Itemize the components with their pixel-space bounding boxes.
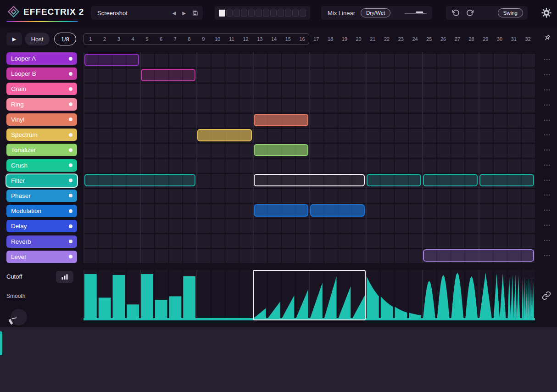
track-item-reverb[interactable]: Reverb [6,235,77,248]
step-block-tonalizer[interactable] [254,144,308,157]
step-block-spectrum[interactable] [197,129,252,141]
pattern-slot[interactable] [263,10,269,17]
track-item-delay[interactable]: Delay [6,220,77,232]
undo-icon[interactable] [452,9,460,17]
step-block-vinyl[interactable] [254,114,308,126]
pin-icon[interactable] [543,34,551,44]
step-block-filter[interactable] [423,174,478,186]
swing-button[interactable]: Swing [498,8,523,17]
slider-handle[interactable] [416,11,423,13]
track-item-ring[interactable]: Ring [6,98,77,111]
track-enable-led[interactable] [69,163,72,167]
pattern-slot[interactable] [300,10,306,17]
track-item-phaser[interactable]: Phaser [6,190,77,202]
step-block-filter[interactable] [367,174,421,186]
pattern-slot[interactable] [219,10,225,17]
track-item-filter[interactable]: Filter [6,174,77,187]
track-item-level[interactable]: Level [6,251,77,263]
track-item-grain[interactable]: Grain [6,83,77,95]
link-icon[interactable] [542,291,551,302]
track-enable-led[interactable] [69,148,72,152]
settings-gear-icon[interactable] [541,7,552,20]
column-number: 24 [408,33,422,45]
column-number: 28 [464,33,479,45]
row-menu-button[interactable]: ••• [540,128,555,143]
preset-prev-button[interactable]: ◀ [173,11,176,16]
pattern-slot[interactable] [285,10,291,17]
track-item-looper-b[interactable]: Looper B [6,67,77,80]
row-menu-button[interactable]: ••• [540,67,555,83]
track-item-vinyl[interactable]: Vinyl [6,113,77,126]
track-enable-led[interactable] [69,57,72,61]
track-enable-led[interactable] [69,133,72,137]
play-button[interactable]: ▶ [6,33,22,45]
row-menu-button[interactable]: ••• [540,52,555,67]
pattern-slot[interactable] [226,10,233,17]
smooth-label: Smooth [6,293,25,299]
track-item-spectrum[interactable]: Spectrum [6,129,77,141]
track-enable-led[interactable] [69,240,72,243]
bars-icon [61,274,68,280]
row-menu-button[interactable]: ••• [540,83,555,98]
column-numbers: 1234567891011121314151617181920212223242… [84,33,535,45]
pattern-slot[interactable] [278,10,284,17]
pattern-slot[interactable] [241,10,247,17]
track-enable-led[interactable] [69,179,72,182]
row-menu-button[interactable]: ••• [540,97,555,112]
step-block-modulation[interactable] [310,204,365,217]
pattern-slot[interactable] [270,10,277,17]
row-menu-button[interactable]: ••• [540,218,555,233]
pattern-slot[interactable] [248,10,255,17]
track-item-looper-a[interactable]: Looper A [6,52,77,65]
step-block-filter[interactable] [479,174,534,186]
app-title: EFFECTRIX 2 [23,7,84,17]
drywet-button[interactable]: Dry/Wet [361,8,390,17]
row-menu-button[interactable]: ••• [540,157,555,173]
column-number: 2 [98,33,112,45]
track-item-modulation[interactable]: Modulation [6,205,77,217]
row-menu-button[interactable]: ••• [540,173,555,188]
column-number: 15 [281,33,295,45]
pattern-slot[interactable] [256,10,262,17]
row-menu-button[interactable]: ••• [540,203,555,218]
track-enable-led[interactable] [69,118,72,121]
row-menu-button[interactable]: ••• [540,188,555,203]
host-sync-button[interactable]: Host [25,33,50,45]
track-enable-led[interactable] [69,224,72,228]
column-number: 11 [225,33,239,45]
row-menu-button[interactable]: ••• [540,143,555,158]
smooth-knob[interactable] [8,307,29,328]
preset-next-button[interactable]: ▶ [182,11,186,16]
step-block-looper-b[interactable] [141,69,195,81]
step-block-modulation[interactable] [254,204,308,217]
row-menu-button[interactable]: ••• [540,248,555,263]
track-enable-led[interactable] [69,102,72,106]
step-block-filter[interactable] [254,174,365,186]
step-block-looper-a[interactable] [84,54,139,66]
lane-mode-button[interactable] [56,271,73,283]
step-block-filter[interactable] [84,174,195,186]
pattern-slot[interactable] [292,10,299,17]
row-menu-button[interactable]: ••• [540,112,555,128]
track-enable-led[interactable] [69,194,72,197]
track-enable-led[interactable] [69,209,72,213]
redo-icon[interactable] [466,9,473,17]
track-item-crush[interactable]: Crush [6,159,77,172]
mix-linear-label: Mix Linear [328,10,355,17]
track-name: Phaser [11,192,31,199]
pattern-slot[interactable] [234,10,240,17]
automation-curve [84,270,535,320]
preset-save-icon[interactable] [192,10,198,16]
rate-button[interactable]: 1/8 [54,33,76,45]
column-number: 23 [394,33,408,45]
track-enable-led[interactable] [69,255,72,258]
track-enable-led[interactable] [69,87,72,91]
track-name: Ring [11,101,24,108]
row-menu-button[interactable]: ••• [540,233,555,248]
track-enable-led[interactable] [69,72,72,76]
automation-lane[interactable] [84,270,535,320]
track-item-tonalizer[interactable]: Tonalizer [6,144,77,156]
drywet-slider[interactable] [405,10,427,16]
step-grid[interactable] [84,52,535,263]
step-block-level[interactable] [423,249,534,262]
